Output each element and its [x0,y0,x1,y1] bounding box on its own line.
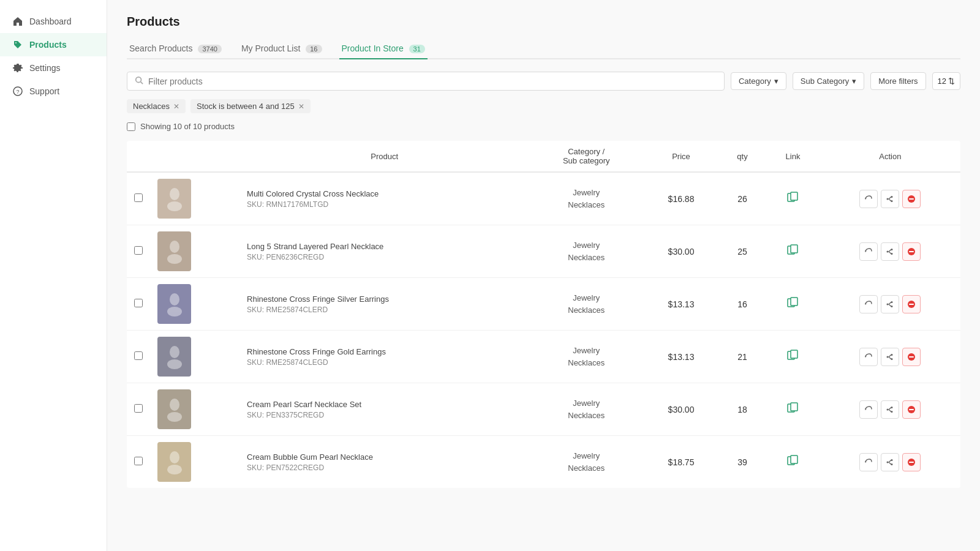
product-link-icon-6[interactable] [786,457,799,469]
svg-point-44 [891,407,893,408]
table-row: Rhinestone Cross Fringe Silver Earrings … [127,278,960,331]
product-qty-2: 25 [737,247,747,257]
product-thumbnail-3 [157,284,191,324]
product-link-icon-2[interactable] [786,246,799,258]
sidebar-item-products[interactable]: Products [0,33,107,56]
row-qty-cell-1: 26 [719,172,766,225]
action-delete-btn-3[interactable] [902,295,921,313]
row-checkbox-cell [127,436,150,489]
product-price-6: $18.75 [668,457,695,467]
row-checkbox-4[interactable] [134,351,143,360]
main-content: Products Search Products 3740 My Product… [107,0,980,551]
gear-icon [12,62,23,73]
filter-tag-necklaces: Necklaces ✕ [127,99,186,113]
row-thumb-cell [150,278,239,331]
svg-point-53 [891,459,893,461]
product-subcategory-4: Necklaces [537,357,636,369]
row-product-cell: Cream Bubble Gum Pearl Necklace SKU: PEN… [239,436,529,489]
row-qty-cell-4: 21 [719,331,766,383]
product-qty-1: 26 [737,194,747,204]
category-chevron-icon: ▾ [774,77,778,86]
action-delete-btn-6[interactable] [902,453,921,471]
row-checkbox-1[interactable] [134,193,143,202]
table-row: Long 5 Strand Layered Pearl Necklace SKU… [127,225,960,278]
search-box[interactable] [127,72,725,91]
more-filters-button[interactable]: More filters [870,72,925,90]
tab-my-product-list[interactable]: My Product List 16 [239,39,325,58]
filter-tag-stock-remove[interactable]: ✕ [298,102,304,111]
per-page-select[interactable]: 12 ⇅ [932,72,960,90]
sidebar-item-settings[interactable]: Settings [0,56,107,80]
action-share-btn-5[interactable] [881,400,899,419]
product-sku-4: SKU: RME25874CLEGD [247,358,386,367]
svg-point-41 [167,412,182,422]
product-qty-4: 21 [737,352,747,362]
row-checkbox-6[interactable] [134,457,143,465]
action-share-btn-6[interactable] [881,453,899,471]
svg-point-26 [891,301,893,303]
action-share-btn-1[interactable] [881,190,899,208]
row-price-cell-6: $18.75 [643,436,719,489]
action-return-btn-1[interactable] [859,190,878,208]
product-sku-2: SKU: PEN6236CREGD [247,253,383,261]
tab-search-products[interactable]: Search Products 3740 [127,39,224,58]
row-checkbox-2[interactable] [134,246,143,255]
table-row: Cream Bubble Gum Pearl Necklace SKU: PEN… [127,436,960,489]
product-price-3: $13.13 [668,299,695,309]
action-delete-btn-4[interactable] [902,348,921,366]
product-price-4: $13.13 [668,352,695,362]
row-category-cell-2: Jewelry Necklaces [529,225,643,278]
row-checkbox-5[interactable] [134,404,143,413]
row-price-cell-1: $16.88 [643,172,719,225]
tab-product-in-store[interactable]: Product In Store 31 [339,39,428,59]
row-checkbox-cell [127,278,150,331]
product-link-icon-4[interactable] [786,351,799,364]
filter-tag-necklaces-remove[interactable]: ✕ [173,102,179,111]
product-thumbnail-4 [157,337,191,377]
sidebar-item-settings-label: Settings [29,63,61,73]
action-delete-btn-1[interactable] [902,190,921,208]
svg-point-40 [170,399,179,411]
tab-my-product-list-badge: 16 [306,45,322,53]
sub-category-filter-button[interactable]: Sub Category ▾ [793,72,865,90]
row-action-cell-5 [820,383,960,436]
sidebar-item-dashboard-label: Dashboard [29,17,72,26]
row-action-cell-6 [820,436,960,489]
select-all-checkbox[interactable] [127,122,135,131]
svg-point-8 [891,196,893,198]
product-category-4: Jewelry [537,345,636,357]
tabs-bar: Search Products 3740 My Product List 16 … [127,39,960,59]
action-return-btn-2[interactable] [859,242,878,261]
product-link-icon-5[interactable] [786,404,799,416]
svg-text:?: ? [16,89,19,95]
row-product-cell: Long 5 Strand Layered Pearl Necklace SKU… [239,225,529,278]
product-category-3: Jewelry [537,292,636,304]
category-filter-button[interactable]: Category ▾ [731,72,786,90]
row-thumb-cell [150,331,239,383]
action-return-btn-4[interactable] [859,348,878,366]
row-link-cell-3 [766,278,820,331]
row-thumb-cell [150,225,239,278]
action-return-btn-6[interactable] [859,453,878,471]
action-delete-btn-2[interactable] [902,242,921,261]
action-return-btn-5[interactable] [859,400,878,419]
search-input[interactable] [148,77,717,86]
sidebar-item-support-label: Support [29,86,59,96]
sidebar-item-dashboard[interactable]: Dashboard [0,10,107,33]
product-link-icon-3[interactable] [786,299,799,311]
svg-rect-52 [791,455,797,463]
action-share-btn-4[interactable] [881,348,899,366]
table-row: Rhinestone Cross Fringe Gold Earrings SK… [127,331,960,383]
table-row: Cream Pearl Scarf Necklace Set SKU: PEN3… [127,383,960,436]
product-thumbnail-2 [157,231,191,271]
action-delete-btn-5[interactable] [902,400,921,419]
action-return-btn-3[interactable] [859,295,878,313]
action-share-btn-2[interactable] [881,242,899,261]
action-share-btn-3[interactable] [881,295,899,313]
product-link-icon-1[interactable] [786,193,799,206]
product-subcategory-2: Necklaces [537,252,636,264]
product-sku-6: SKU: PEN7522CREGD [247,463,373,472]
svg-rect-34 [791,350,797,358]
sidebar-item-support[interactable]: ? Support [0,80,107,103]
row-checkbox-3[interactable] [134,299,143,307]
